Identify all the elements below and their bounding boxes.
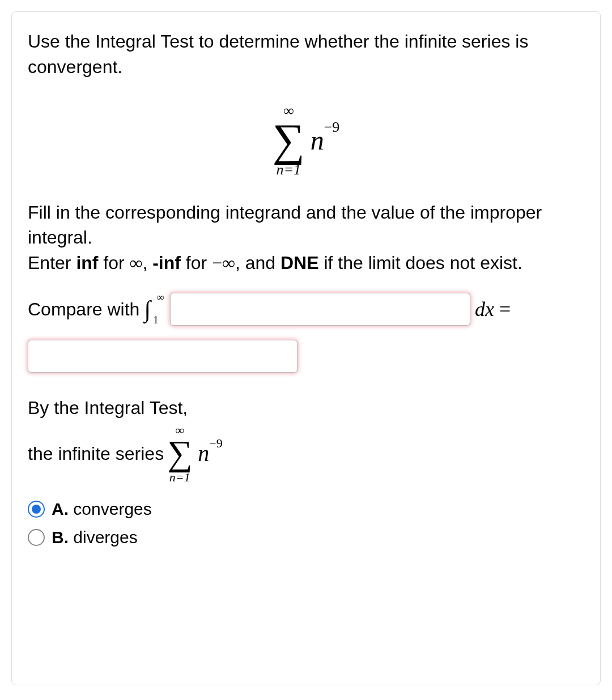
- integrand-input[interactable]: [170, 293, 470, 326]
- sum-lower: n=1: [276, 163, 301, 177]
- summation-block-small: ∞ ∑ n=1 n−9: [167, 424, 223, 484]
- dx-label: dx =: [475, 295, 511, 323]
- option-a[interactable]: A. converges: [28, 497, 584, 521]
- prompt-text: Use the Integral Test to determine wheth…: [28, 29, 584, 80]
- by-integral-test: By the Integral Test,: [28, 395, 584, 421]
- compare-line: Compare with ∫ ∞ 1 dx =: [28, 293, 584, 373]
- radio-a[interactable]: [28, 501, 45, 518]
- integral-icon: ∫ ∞ 1: [144, 293, 151, 326]
- series-label: the infinite series: [28, 441, 164, 467]
- sum-term: n−9: [311, 121, 340, 159]
- option-b[interactable]: B. diverges: [28, 526, 584, 549]
- sigma-icon: ∑: [273, 119, 305, 160]
- radio-b[interactable]: [28, 529, 45, 546]
- question-card: Use the Integral Test to determine wheth…: [11, 11, 601, 685]
- integral-value-input[interactable]: [28, 340, 298, 373]
- series-line: the infinite series ∞ ∑ n=1 n−9: [28, 424, 584, 484]
- sigma-icon: ∑: [167, 438, 192, 469]
- summation-block: ∞ ∑ n=1 n−9: [273, 104, 340, 177]
- options-group: A. converges B. diverges: [28, 497, 584, 549]
- series-display: ∞ ∑ n=1 n−9: [28, 97, 584, 177]
- compare-label: Compare with: [28, 297, 139, 322]
- instructions: Fill in the corresponding integrand and …: [28, 200, 584, 276]
